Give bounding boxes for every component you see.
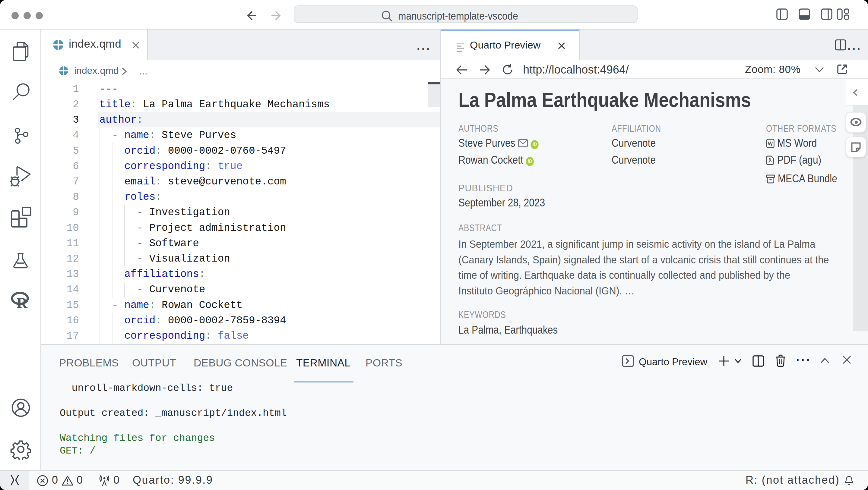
svg-text:R: R [17, 294, 28, 311]
